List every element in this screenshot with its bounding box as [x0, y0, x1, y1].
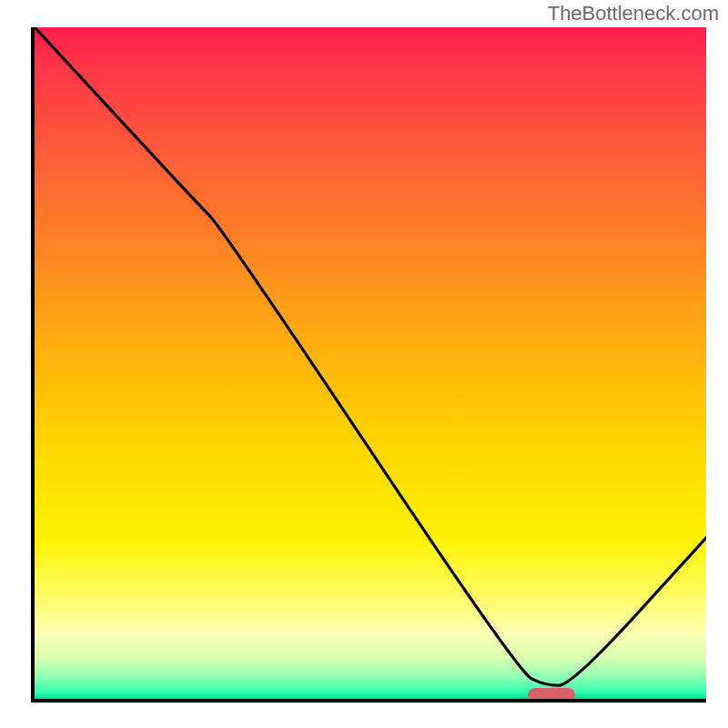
optimal-marker: [528, 688, 575, 703]
gradient-background: [35, 27, 706, 699]
watermark-text: TheBottleneck.com: [548, 2, 719, 25]
chart-container: TheBottleneck.com: [0, 0, 728, 728]
plot-area: [31, 27, 706, 703]
